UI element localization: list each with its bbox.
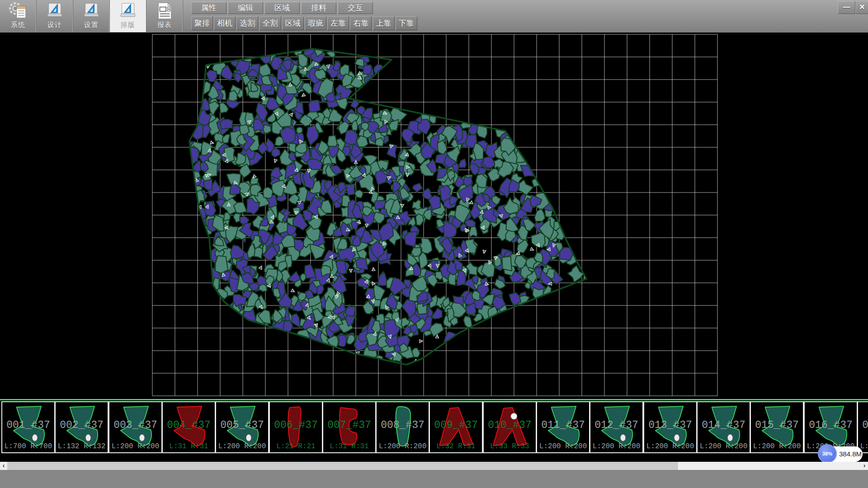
- menu-tab[interactable]: 交互: [338, 2, 373, 14]
- part-shape: [116, 404, 156, 450]
- horizontal-scrollbar[interactable]: ‹ ›: [0, 462, 868, 470]
- part-shape: [704, 404, 744, 450]
- part-shape: [276, 404, 316, 450]
- part-thumbnail[interactable]: 017_#37L:200 R:200: [857, 401, 868, 453]
- nesting-canvas[interactable]: [0, 33, 868, 399]
- mode-button-label: 报表: [146, 21, 183, 29]
- part-thumbnail[interactable]: 013_#37L:200 R:200: [643, 401, 697, 453]
- tool-button[interactable]: 左靠: [327, 16, 349, 30]
- part-thumbnail[interactable]: 014_#37L:200 R:200: [697, 401, 750, 453]
- part-shape: [757, 404, 797, 450]
- tool-button[interactable]: 下靠: [396, 16, 417, 30]
- memory-value: 384.8M: [839, 446, 862, 462]
- part-shape: [222, 404, 262, 450]
- menu-tab[interactable]: 编辑: [228, 2, 263, 14]
- scroll-left-arrow-icon[interactable]: ‹: [0, 462, 7, 470]
- part-thumbnail[interactable]: 011_#37L:200 R:200: [536, 401, 590, 453]
- memory-badge[interactable]: 38% 384.8M: [819, 446, 863, 462]
- strip-top-border: [0, 399, 868, 400]
- mode-button-report[interactable]: 报表: [146, 0, 183, 32]
- minimize-button[interactable]: —: [838, 1, 855, 14]
- tool-button[interactable]: 上靠: [373, 16, 395, 30]
- part-shape: [9, 404, 48, 450]
- tool-button[interactable]: 选割: [236, 16, 258, 30]
- nest-drawing: [0, 33, 868, 399]
- part-thumbnail[interactable]: 001_#37L:700 R:700: [1, 401, 55, 453]
- part-shape: [864, 404, 868, 450]
- system-icon: [9, 1, 28, 20]
- part-thumbnail[interactable]: 004_#37L:31 R:31: [162, 401, 216, 453]
- tool-button[interactable]: 瑕疵: [305, 16, 326, 30]
- report-icon: [155, 1, 174, 20]
- part-shape: [330, 404, 369, 450]
- status-bar: [0, 470, 868, 488]
- part-thumbnail[interactable]: 003_#37L:200 R:200: [108, 401, 162, 453]
- part-thumbnail[interactable]: 007_#37L:31 R:31: [322, 401, 376, 453]
- tool-button[interactable]: 相机: [214, 16, 236, 30]
- parts-strip: 001_#37L:700 R:700002_#37L:132 R:132003_…: [0, 399, 868, 462]
- settings-icon: [82, 1, 101, 20]
- mode-button-layout[interactable]: 排版: [110, 0, 146, 32]
- part-shape: [651, 404, 690, 450]
- mode-button-label: 设置: [73, 21, 109, 29]
- close-button[interactable]: ✕: [855, 1, 868, 14]
- tool-button[interactable]: 右靠: [350, 16, 372, 30]
- part-shape: [811, 404, 851, 450]
- menu-tab[interactable]: 排料: [301, 2, 336, 14]
- toolbar: 系统设计设置排版报表 属性编辑区域排料交互 聚排相机选割全割区域瑕疵左靠右靠上靠…: [0, 0, 868, 33]
- mode-button-system[interactable]: 系统: [0, 0, 37, 32]
- part-thumbnail[interactable]: 009_#37L:32 R:31: [429, 401, 483, 453]
- mode-button-label: 设计: [37, 21, 73, 29]
- application-window: 系统设计设置排版报表 属性编辑区域排料交互 聚排相机选割全割区域瑕疵左靠右靠上靠…: [0, 0, 868, 488]
- part-shape: [543, 404, 583, 450]
- percent-indicator: 38%: [818, 444, 837, 463]
- part-shape: [490, 404, 530, 450]
- part-thumbnail[interactable]: 005_#37L:200 R:200: [215, 401, 269, 453]
- part-thumbnail[interactable]: 015_#37L:200 R:200: [750, 401, 804, 453]
- tool-button[interactable]: 聚排: [191, 16, 213, 30]
- layout-icon: [118, 1, 137, 20]
- part-shape: [383, 404, 423, 450]
- mode-button-label: 系统: [0, 21, 36, 29]
- menu-tab[interactable]: 区域: [264, 2, 300, 14]
- part-thumbnail[interactable]: 012_#37L:200 R:200: [590, 401, 643, 453]
- part-thumbnail[interactable]: 006_#37L:21 R:21: [269, 401, 323, 453]
- menu-tab[interactable]: 属性: [191, 2, 226, 14]
- scroll-right-arrow-icon[interactable]: ›: [861, 462, 868, 470]
- part-thumbnail[interactable]: 010_#37L:33 R:33: [483, 401, 537, 453]
- part-thumbnail[interactable]: 002_#37L:132 R:132: [55, 401, 108, 453]
- part-thumbnail[interactable]: 008_#37L:200 R:200: [376, 401, 429, 453]
- tool-button[interactable]: 全割: [259, 16, 281, 30]
- part-shape: [169, 404, 209, 450]
- part-shape: [597, 404, 637, 450]
- mode-button-design[interactable]: 设计: [37, 0, 73, 32]
- scrollbar-thumb[interactable]: [7, 462, 679, 470]
- part-shape: [62, 404, 102, 450]
- tool-button[interactable]: 区域: [282, 16, 304, 30]
- mode-button-label: 排版: [110, 21, 146, 29]
- design-icon: [45, 1, 64, 20]
- mode-button-settings[interactable]: 设置: [73, 0, 110, 32]
- part-shape: [436, 404, 476, 450]
